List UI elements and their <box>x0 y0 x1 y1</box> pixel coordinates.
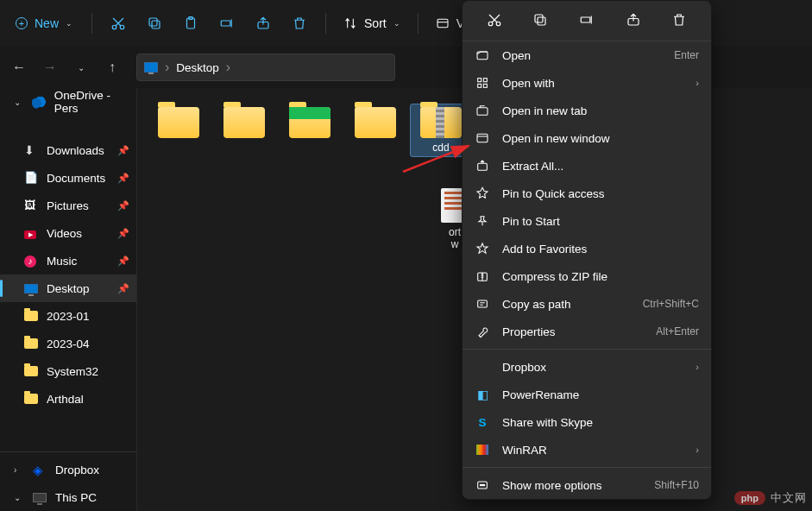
skype-icon: S <box>475 414 490 430</box>
up-button[interactable]: ↑ <box>98 54 126 81</box>
pin-icon[interactable]: 📌 <box>117 256 129 267</box>
ctx-open[interactable]: OpenEnter <box>463 41 711 69</box>
folder-item[interactable] <box>213 104 275 157</box>
file-label: cdd <box>432 142 449 154</box>
ctx-open-new-window[interactable]: Open in new window <box>463 124 711 152</box>
share-icon[interactable] <box>246 8 280 39</box>
svg-rect-22 <box>478 163 488 170</box>
ctx-dropbox[interactable]: Dropbox› <box>463 353 711 381</box>
back-button[interactable]: ← <box>5 54 33 81</box>
ctx-share-skype[interactable]: SShare with Skype <box>463 408 711 436</box>
cloud-icon <box>32 95 46 109</box>
sidebar-item-downloads[interactable]: Downloads 📌 <box>0 136 136 164</box>
ctx-copy-icon[interactable] <box>525 6 556 34</box>
sidebar-item-dropbox[interactable]: › Dropbox <box>0 456 136 483</box>
rename-icon[interactable] <box>210 8 244 39</box>
pin-icon <box>475 213 490 229</box>
ctx-copy-path[interactable]: Copy as pathCtrl+Shift+C <box>463 290 711 318</box>
sidebar: ⌄ OneDrive - Pers Downloads 📌 Documents … <box>0 88 136 511</box>
chevron-down-icon: ⌄ <box>393 19 400 28</box>
pin-icon[interactable]: 📌 <box>117 145 129 156</box>
sidebar-item-label: Music <box>47 255 77 268</box>
ctx-cut-icon[interactable] <box>479 6 510 34</box>
sidebar-item-label: Downloads <box>47 144 104 157</box>
wrench-icon <box>475 324 490 339</box>
pin-icon[interactable]: 📌 <box>117 173 129 184</box>
more-icon <box>475 477 490 493</box>
star-icon <box>475 241 490 256</box>
svg-point-27 <box>482 484 482 485</box>
sidebar-item-2023-01[interactable]: 2023-01 <box>0 302 136 330</box>
ctx-delete-icon[interactable] <box>664 6 695 34</box>
pin-icon[interactable]: 📌 <box>117 228 129 239</box>
paste-icon[interactable] <box>173 8 208 39</box>
ctx-open-new-tab[interactable]: Open in new tab <box>463 97 711 124</box>
chevron-down-icon: ⌄ <box>14 98 23 107</box>
separator <box>418 13 419 34</box>
grid-icon <box>475 75 490 91</box>
ctx-winrar[interactable]: WinRAR› <box>463 436 711 464</box>
svg-rect-17 <box>483 79 487 82</box>
svg-rect-21 <box>477 134 488 142</box>
download-icon <box>24 143 38 157</box>
sidebar-item-videos[interactable]: Videos 📌 <box>0 219 136 247</box>
recent-button[interactable]: ⌄ <box>67 54 95 81</box>
open-icon <box>475 47 490 63</box>
ctx-extract-all[interactable]: Extract All... <box>463 152 711 180</box>
sidebar-item-label: Arthdal <box>47 393 84 406</box>
ctx-share-icon[interactable] <box>618 6 649 34</box>
chevron-right-icon: › <box>696 445 699 455</box>
folder-item[interactable] <box>279 104 341 157</box>
delete-icon[interactable] <box>282 8 317 39</box>
sidebar-item-label: Pictures <box>47 199 89 212</box>
ctx-pin-quick-access[interactable]: Pin to Quick access <box>463 180 711 207</box>
svg-rect-2 <box>152 21 160 28</box>
sidebar-item-documents[interactable]: Documents 📌 <box>0 164 136 192</box>
separator <box>463 467 711 468</box>
sidebar-item-label: Desktop <box>47 282 90 295</box>
new-window-icon <box>475 130 490 146</box>
address-bar[interactable]: › Desktop › <box>136 54 395 81</box>
svg-point-28 <box>483 484 484 485</box>
plus-circle-icon: + <box>16 17 28 29</box>
folder-icon <box>24 311 38 321</box>
new-button[interactable]: + New ⌄ <box>5 11 83 35</box>
ctx-add-favorites[interactable]: Add to Favorites <box>463 235 711 262</box>
folder-item[interactable] <box>344 104 406 157</box>
svg-rect-24 <box>478 300 488 307</box>
sidebar-item-system32[interactable]: System32 <box>0 357 136 385</box>
sort-button[interactable]: Sort ⌄ <box>335 11 409 35</box>
sidebar-item-arthdal[interactable]: Arthdal <box>0 385 136 413</box>
sidebar-item-music[interactable]: Music 📌 <box>0 247 136 274</box>
ctx-compress-zip[interactable]: Compress to ZIP file <box>463 262 711 290</box>
sidebar-item-thispc[interactable]: ⌄ This PC <box>0 483 136 511</box>
sidebar-item-label: 2023-04 <box>47 338 90 350</box>
breadcrumb-location[interactable]: Desktop <box>176 61 219 74</box>
ctx-properties[interactable]: PropertiesAlt+Enter <box>463 318 711 345</box>
view-icon <box>436 16 450 30</box>
cut-icon[interactable] <box>101 8 135 39</box>
sidebar-item-pictures[interactable]: Pictures 📌 <box>0 192 136 219</box>
ctx-powerrename[interactable]: ◧PowerRename <box>463 381 711 408</box>
ctx-pin-start[interactable]: Pin to Start <box>463 207 711 235</box>
forward-button[interactable]: → <box>36 54 64 81</box>
folder-icon <box>24 338 38 349</box>
sidebar-item-onedrive[interactable]: ⌄ OneDrive - Pers <box>0 88 136 116</box>
folder-icon <box>24 394 38 404</box>
copy-icon[interactable] <box>137 8 172 39</box>
svg-rect-3 <box>149 18 157 26</box>
ctx-show-more[interactable]: Show more optionsShift+F10 <box>463 471 711 499</box>
pin-icon[interactable]: 📌 <box>117 283 129 294</box>
pin-icon[interactable]: 📌 <box>117 200 129 211</box>
sidebar-item-desktop[interactable]: Desktop 📌 <box>0 274 136 302</box>
folder-icon <box>355 107 396 138</box>
pin-icon <box>475 186 490 201</box>
zip-icon <box>420 107 462 138</box>
music-icon <box>24 254 38 268</box>
folder-item[interactable] <box>148 104 210 157</box>
ctx-rename-icon[interactable] <box>571 6 602 34</box>
sidebar-item-2023-04[interactable]: 2023-04 <box>0 330 136 357</box>
desktop-icon <box>24 284 38 293</box>
ctx-open-with[interactable]: Open with› <box>463 69 711 97</box>
sidebar-item-label: Documents <box>47 172 105 185</box>
